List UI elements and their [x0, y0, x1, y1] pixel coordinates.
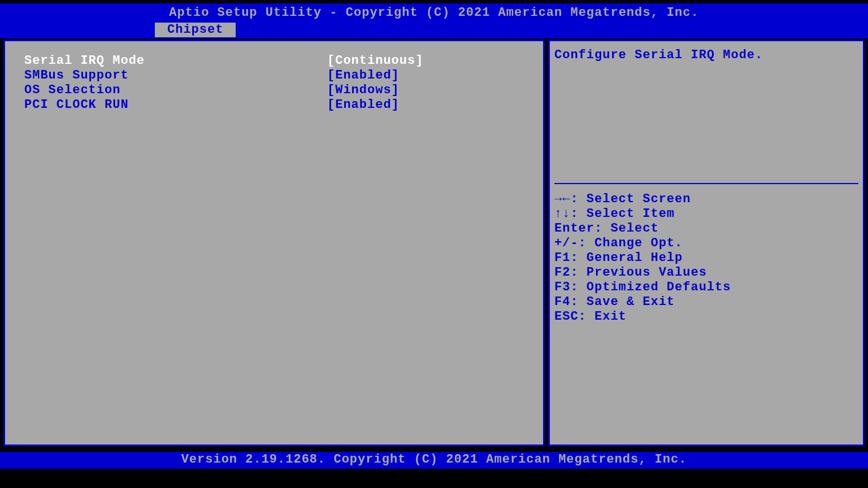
footer-bar: Version 2.19.1268. Copyright (C) 2021 Am…: [0, 452, 868, 469]
spacer-bottom: [550, 324, 863, 445]
hotkey-change-opt: +/-: Change Opt.: [554, 236, 858, 251]
hotkey-save-exit: F4: Save & Exit: [554, 295, 858, 310]
hotkey-esc-exit: ESC: Exit: [554, 310, 858, 324]
setting-value: [Enabled]: [327, 98, 400, 112]
hotkey-general-help: F1: General Help: [554, 251, 858, 265]
content-area: Serial IRQ Mode [Continuous] SMBus Suppo…: [0, 40, 868, 446]
hotkeys-list: →←: Select Screen ↑↓: Select Item Enter:…: [550, 184, 863, 324]
spacer: [550, 62, 863, 183]
help-text: Configure Serial IRQ Mode.: [550, 41, 863, 62]
setting-serial-irq-mode[interactable]: Serial IRQ Mode [Continuous]: [24, 54, 543, 68]
setting-label: Serial IRQ Mode: [24, 54, 327, 68]
setting-pci-clock-run[interactable]: PCI CLOCK RUN [Enabled]: [24, 98, 543, 112]
hotkey-select-screen: →←: Select Screen: [554, 192, 858, 207]
hotkey-optimized-defaults: F3: Optimized Defaults: [554, 280, 858, 295]
setting-label: OS Selection: [24, 83, 327, 98]
tab-row: Chipset: [0, 23, 868, 38]
setting-value: [Continuous]: [327, 54, 423, 68]
settings-panel: Serial IRQ Mode [Continuous] SMBus Suppo…: [3, 40, 545, 446]
help-description: Configure Serial IRQ Mode.: [554, 48, 763, 62]
hotkey-previous-values: F2: Previous Values: [554, 265, 858, 280]
setting-os-selection[interactable]: OS Selection [Windows]: [24, 83, 543, 98]
help-panel: Configure Serial IRQ Mode. →←: Select Sc…: [548, 40, 865, 446]
setting-value: [Windows]: [327, 83, 400, 98]
tab-label: Chipset: [167, 23, 223, 37]
setting-smbus-support[interactable]: SMBus Support [Enabled]: [24, 68, 543, 83]
hotkey-enter: Enter: Select: [554, 221, 858, 236]
title-bar: Aptio Setup Utility - Copyright (C) 2021…: [0, 3, 868, 23]
setting-value: [Enabled]: [327, 68, 400, 83]
title-text: Aptio Setup Utility - Copyright (C) 2021…: [169, 6, 698, 20]
hotkey-select-item: ↑↓: Select Item: [554, 207, 858, 221]
tab-chipset[interactable]: Chipset: [155, 23, 236, 37]
setting-label: PCI CLOCK RUN: [24, 98, 327, 112]
version-text: Version 2.19.1268. Copyright (C) 2021 Am…: [181, 452, 687, 467]
setting-label: SMBus Support: [24, 68, 327, 83]
